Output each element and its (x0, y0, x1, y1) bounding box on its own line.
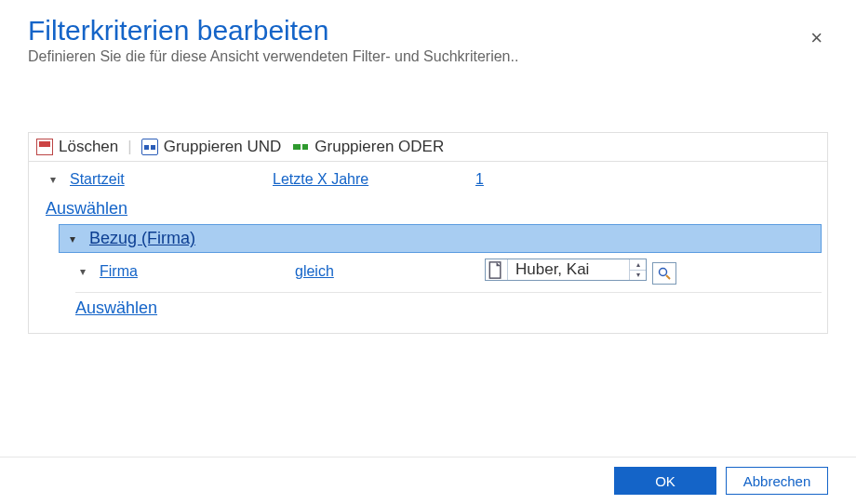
toolbar: Löschen | Gruppieren UND Gruppieren ODER (29, 133, 827, 162)
chevron-down-icon[interactable]: ▾ (46, 172, 60, 187)
group-or-label: Gruppieren ODER (314, 138, 444, 156)
dialog-subtitle: Definieren Sie die für diese Ansicht ver… (28, 48, 828, 65)
chevron-down-icon[interactable]: ▾ (65, 232, 80, 246)
cancel-button[interactable]: Abbrechen (726, 467, 828, 495)
chevron-down-icon[interactable]: ▾ (75, 264, 90, 279)
separator: | (124, 138, 135, 156)
field-link-firma[interactable]: Firma (100, 263, 138, 279)
svg-rect-0 (489, 261, 501, 277)
delete-label: Löschen (59, 138, 118, 156)
spinner[interactable]: ▴ ▾ (629, 259, 646, 280)
svg-line-2 (666, 275, 670, 279)
dialog-title: Filterkriterien bearbeiten (28, 15, 828, 46)
delete-icon (36, 139, 53, 155)
dialog-footer: OK Abbrechen (0, 457, 856, 504)
document-icon (486, 259, 508, 280)
svg-point-1 (660, 268, 667, 275)
spin-up-icon[interactable]: ▴ (630, 259, 646, 271)
criteria-row: ▾ Startzeit Letzte X Jahre 1 (34, 166, 822, 193)
group-or-button[interactable]: Gruppieren ODER (292, 138, 444, 156)
spin-down-icon[interactable]: ▾ (630, 271, 646, 281)
search-icon (657, 266, 672, 281)
operator-link[interactable]: Letzte X Jahre (273, 171, 368, 187)
filter-panel: Löschen | Gruppieren UND Gruppieren ODER… (28, 132, 828, 334)
field-link-startzeit[interactable]: Startzeit (70, 171, 125, 187)
group-and-icon (141, 139, 158, 155)
select-link[interactable]: Auswählen (46, 199, 127, 219)
criteria-rows: ▾ Startzeit Letzte X Jahre 1 Auswählen ▾… (29, 162, 827, 333)
value-link[interactable]: 1 (475, 171, 484, 187)
criteria-row: ▾ Firma gleich Huber, Kai ▴ ▾ (34, 253, 822, 290)
group-or-icon (292, 139, 309, 155)
ok-button[interactable]: OK (614, 467, 716, 495)
select-link[interactable]: Auswählen (75, 298, 157, 318)
select-row: Auswählen (34, 293, 822, 324)
filter-dialog: Filterkriterien bearbeiten Definieren Si… (0, 0, 856, 504)
value-combo[interactable]: Huber, Kai ▴ ▾ (485, 259, 647, 281)
lookup-button[interactable] (652, 262, 676, 285)
group-label[interactable]: Bezug (Firma) (89, 229, 195, 248)
group-and-button[interactable]: Gruppieren UND (141, 138, 282, 156)
value-text: Huber, Kai (508, 259, 629, 280)
operator-link-gleich[interactable]: gleich (295, 263, 334, 279)
group-header-bezug-firma[interactable]: ▾ Bezug (Firma) (59, 224, 822, 253)
close-button[interactable]: × (810, 26, 823, 50)
delete-button[interactable]: Löschen (36, 138, 118, 156)
group-and-label: Gruppieren UND (164, 138, 282, 156)
select-row: Auswählen (34, 193, 822, 224)
